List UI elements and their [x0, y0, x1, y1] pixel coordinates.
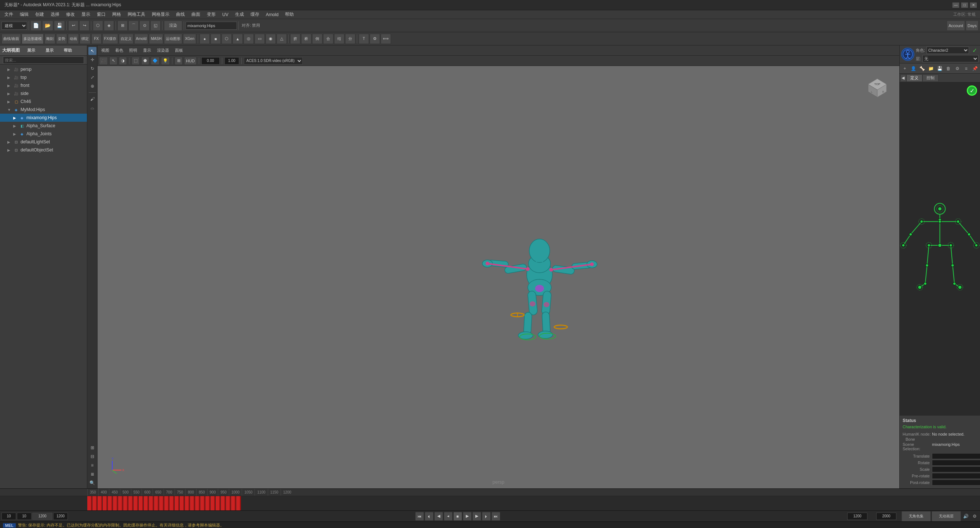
grid-toggle-btn[interactable]: ⊟	[88, 452, 97, 461]
outliner-item-persp[interactable]: ▶ 🎥 persp	[0, 65, 87, 73]
prev-frame-btn[interactable]: ⏴	[425, 512, 434, 521]
ht-skeleton-btn[interactable]: 🦴	[919, 65, 926, 73]
menu-generate[interactable]: 生成	[232, 11, 247, 18]
audio-btn[interactable]: 🔊	[962, 512, 970, 520]
tool-bridge-btn[interactable]: 桥	[301, 34, 311, 44]
vp-menu-view[interactable]: 视图	[99, 48, 111, 53]
vp-hud-btn[interactable]: HUD	[184, 57, 197, 65]
tool-bevel-btn[interactable]: 倒	[312, 34, 322, 44]
tool-sphere-btn[interactable]: ●	[199, 34, 210, 44]
shelf-motiongraphics-btn[interactable]: 运动图形	[164, 34, 182, 44]
colorspace-select[interactable]: ACES 1.0 SDR-video (sRGB)	[244, 57, 302, 65]
end-frame-input[interactable]	[847, 513, 867, 520]
tool-disk-btn[interactable]: ◉	[266, 34, 276, 44]
ht-folder-btn[interactable]: 📁	[928, 65, 935, 73]
prev-key-btn[interactable]: ◀	[434, 512, 443, 521]
tool-extrude-btn[interactable]: 挤	[290, 34, 301, 44]
vp-menu-display[interactable]: 显示	[141, 48, 153, 53]
scale-input[interactable]	[224, 57, 239, 65]
outliner-display-menu[interactable]: 展示	[24, 47, 38, 54]
shelf-animation-btn[interactable]: 动画	[68, 34, 79, 44]
select-by-component-btn[interactable]: ◈	[104, 21, 114, 31]
tool-combine-btn[interactable]: 结	[334, 34, 344, 44]
tool-mirror-btn[interactable]: ⟺	[381, 34, 391, 44]
save-btn[interactable]: 💾	[54, 21, 65, 31]
outliner-item-mymodhips[interactable]: ▼ ◈ MyMod:Hips	[0, 106, 87, 114]
render-btn[interactable]: 渲染	[164, 21, 182, 31]
outliner-item-default-light-set[interactable]: ▶ ⊡ defaultLightSet	[0, 138, 87, 146]
tool-merge-btn[interactable]: 合	[323, 34, 333, 44]
go-start-btn[interactable]: ⏮	[415, 512, 424, 521]
menu-uv[interactable]: UV	[220, 11, 231, 18]
lasso-tool-btn[interactable]: ⌓	[88, 104, 97, 112]
shelf-xgen-btn[interactable]: XGen	[183, 34, 196, 44]
menu-cache[interactable]: 缓存	[248, 11, 262, 18]
undo-btn[interactable]: ↩	[68, 21, 78, 31]
select-by-hierarchy-btn[interactable]: ⬡	[93, 21, 103, 31]
tool-plane-btn[interactable]: ▭	[255, 34, 265, 44]
outliner-show-menu[interactable]: 显示	[43, 47, 56, 54]
tool-cube-btn[interactable]: ■	[210, 34, 221, 44]
play-back-btn[interactable]: ◂	[444, 512, 453, 521]
move-tool-btn[interactable]: ✛	[88, 56, 97, 64]
transform-tool-btn[interactable]: ⊕	[88, 82, 97, 90]
timeline-track[interactable]	[0, 496, 980, 511]
snap-surface-btn[interactable]: ◱	[150, 21, 161, 31]
menu-window[interactable]: 窗口	[94, 11, 108, 18]
rotate-x-field[interactable]	[932, 460, 980, 466]
keyframe-region[interactable]	[87, 496, 899, 511]
menu-mesh-tools[interactable]: 网格工具	[125, 11, 148, 18]
outliner-item-alpha-surface[interactable]: ▶ ◧ Alpha_Surface	[0, 122, 87, 130]
frame-input[interactable]	[201, 57, 220, 65]
vp-shading-btn[interactable]: ◑	[119, 57, 127, 65]
days-btn[interactable]: Days	[966, 21, 978, 31]
shelf-pose-btn[interactable]: 姿势	[56, 34, 67, 44]
outliner-item-side[interactable]: ▶ 🎥 side	[0, 89, 87, 97]
vp-menu-lighting[interactable]: 照明	[127, 48, 139, 53]
vp-wireframe-btn[interactable]: ⬚	[132, 57, 140, 65]
menu-display[interactable]: 显示	[78, 11, 93, 18]
outliner-item-default-object-set[interactable]: ▶ ⊡ defaultObjectSet	[0, 146, 87, 154]
start-frame-input[interactable]	[2, 513, 16, 520]
rotate-tool-btn[interactable]: ↻	[88, 65, 97, 73]
settings2-btn[interactable]: ⚙	[970, 512, 978, 520]
menu-curves[interactable]: 曲线	[173, 11, 188, 18]
play-fwd-btn[interactable]: ▶	[463, 512, 472, 521]
char-select[interactable]: Character2	[926, 46, 969, 54]
tool-pyramid-btn[interactable]: △	[277, 34, 287, 44]
menu-deform[interactable]: 变形	[204, 11, 219, 18]
menu-surfaces[interactable]: 曲面	[189, 11, 203, 18]
next-frame-btn[interactable]: ⏵	[482, 512, 491, 521]
scale-tool-btn[interactable]: ⤢	[88, 73, 97, 81]
vp-menu-renderer[interactable]: 渲染器	[155, 48, 171, 53]
next-key-btn[interactable]: ▶	[473, 512, 481, 521]
anim-select[interactable]: 无	[923, 55, 978, 62]
menu-mesh-display[interactable]: 网格显示	[149, 11, 172, 18]
ht-save-btn[interactable]: 💾	[936, 65, 944, 73]
vp-lighting-btn[interactable]: 💡	[161, 57, 170, 65]
viewport-canvas[interactable]: TOP L R	[97, 66, 899, 488]
vp-menu-panels[interactable]: 面板	[173, 48, 185, 53]
menu-edit[interactable]: 编辑	[17, 11, 32, 18]
shelf-sculpt-btn[interactable]: 雕刻	[45, 34, 56, 44]
shelf-arnold-btn[interactable]: Arnold	[134, 34, 148, 44]
vp-texture-btn[interactable]: 🔷	[151, 57, 159, 65]
ht-pin-btn[interactable]: 📌	[971, 65, 978, 73]
outliner-search[interactable]	[3, 56, 84, 64]
anim-end-input[interactable]	[876, 513, 896, 520]
shelf-rigging-btn[interactable]: 绑定	[80, 34, 91, 44]
ht-more-btn[interactable]: ≡	[963, 65, 970, 73]
char-set-btn[interactable]: 无角色集	[902, 511, 931, 522]
tool-multicut-btn[interactable]: T	[359, 34, 369, 44]
tab-control[interactable]: 控制	[923, 75, 939, 82]
snap-grid-btn[interactable]: ⊞	[118, 21, 127, 31]
scale-x-field[interactable]	[932, 466, 980, 472]
redo-btn[interactable]: ↪	[79, 21, 89, 31]
menu-create[interactable]: 创建	[32, 11, 47, 18]
shelf-curves-btn[interactable]: 曲线/曲面	[2, 34, 21, 44]
menu-modify[interactable]: 修改	[63, 11, 78, 18]
outliner-item-alpha-joints[interactable]: ▶ ◈ Alpha_Joints	[0, 130, 87, 138]
range-end-input[interactable]	[53, 513, 68, 520]
translate-x-field[interactable]	[932, 453, 980, 459]
workspace-select[interactable]: 建模	[2, 22, 27, 30]
